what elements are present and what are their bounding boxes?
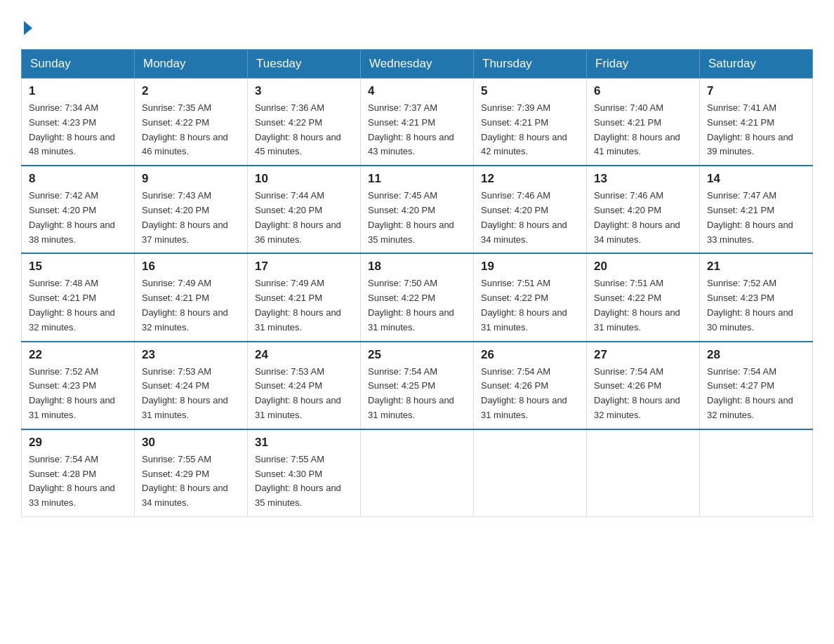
calendar-table: SundayMondayTuesdayWednesdayThursdayFrid… (21, 49, 813, 517)
day-number: 20 (594, 260, 692, 274)
day-number: 25 (368, 348, 466, 362)
column-header-wednesday: Wednesday (361, 50, 474, 79)
calendar-day-cell: 3Sunrise: 7:36 AMSunset: 4:22 PMDaylight… (248, 79, 361, 166)
day-info: Sunrise: 7:54 AMSunset: 4:28 PMDaylight:… (29, 452, 127, 511)
day-number: 15 (29, 260, 127, 274)
calendar-day-cell: 18Sunrise: 7:50 AMSunset: 4:22 PMDayligh… (361, 253, 474, 341)
day-number: 2 (142, 84, 240, 98)
day-number: 31 (255, 436, 353, 450)
calendar-day-cell: 1Sunrise: 7:34 AMSunset: 4:23 PMDaylight… (22, 79, 135, 166)
day-info: Sunrise: 7:55 AMSunset: 4:30 PMDaylight:… (255, 452, 353, 511)
day-info: Sunrise: 7:44 AMSunset: 4:20 PMDaylight:… (255, 189, 353, 247)
calendar-day-cell: 9Sunrise: 7:43 AMSunset: 4:20 PMDaylight… (135, 166, 248, 253)
calendar-day-cell: 28Sunrise: 7:54 AMSunset: 4:27 PMDayligh… (700, 342, 813, 429)
column-header-saturday: Saturday (700, 50, 813, 79)
day-number: 18 (368, 260, 466, 274)
day-info: Sunrise: 7:52 AMSunset: 4:23 PMDaylight:… (707, 276, 805, 335)
page-header (21, 21, 813, 35)
day-number: 17 (255, 260, 353, 274)
day-number: 16 (142, 260, 240, 274)
day-info: Sunrise: 7:50 AMSunset: 4:22 PMDaylight:… (368, 276, 466, 335)
column-header-tuesday: Tuesday (248, 50, 361, 79)
column-header-thursday: Thursday (474, 50, 587, 79)
day-number: 6 (594, 84, 692, 98)
day-info: Sunrise: 7:45 AMSunset: 4:20 PMDaylight:… (368, 189, 466, 247)
calendar-day-cell: 23Sunrise: 7:53 AMSunset: 4:24 PMDayligh… (135, 342, 248, 429)
day-number: 13 (594, 172, 692, 186)
day-number: 23 (142, 348, 240, 362)
calendar-day-cell: 13Sunrise: 7:46 AMSunset: 4:20 PMDayligh… (587, 166, 700, 253)
calendar-day-cell: 25Sunrise: 7:54 AMSunset: 4:25 PMDayligh… (361, 342, 474, 429)
day-number: 11 (368, 172, 466, 186)
day-info: Sunrise: 7:54 AMSunset: 4:27 PMDaylight:… (707, 365, 805, 423)
calendar-day-cell: 27Sunrise: 7:54 AMSunset: 4:26 PMDayligh… (587, 342, 700, 429)
calendar-day-cell: 5Sunrise: 7:39 AMSunset: 4:21 PMDaylight… (474, 79, 587, 166)
day-number: 12 (481, 172, 579, 186)
day-number: 3 (255, 84, 353, 98)
day-number: 22 (29, 348, 127, 362)
day-number: 21 (707, 260, 805, 274)
calendar-day-cell: 8Sunrise: 7:42 AMSunset: 4:20 PMDaylight… (22, 166, 135, 253)
calendar-day-cell: 10Sunrise: 7:44 AMSunset: 4:20 PMDayligh… (248, 166, 361, 253)
day-info: Sunrise: 7:46 AMSunset: 4:20 PMDaylight:… (481, 189, 579, 247)
calendar-day-cell: 12Sunrise: 7:46 AMSunset: 4:20 PMDayligh… (474, 166, 587, 253)
calendar-week-row: 8Sunrise: 7:42 AMSunset: 4:20 PMDaylight… (22, 166, 813, 253)
column-header-sunday: Sunday (22, 50, 135, 79)
column-header-friday: Friday (587, 50, 700, 79)
day-number: 7 (707, 84, 805, 98)
column-header-monday: Monday (135, 50, 248, 79)
day-info: Sunrise: 7:37 AMSunset: 4:21 PMDaylight:… (368, 101, 466, 159)
day-info: Sunrise: 7:36 AMSunset: 4:22 PMDaylight:… (255, 101, 353, 159)
calendar-day-cell: 15Sunrise: 7:48 AMSunset: 4:21 PMDayligh… (22, 253, 135, 341)
calendar-day-cell: 17Sunrise: 7:49 AMSunset: 4:21 PMDayligh… (248, 253, 361, 341)
day-info: Sunrise: 7:46 AMSunset: 4:20 PMDaylight:… (594, 189, 692, 247)
day-info: Sunrise: 7:42 AMSunset: 4:20 PMDaylight:… (29, 189, 127, 247)
empty-cell (587, 429, 700, 517)
calendar-day-cell: 24Sunrise: 7:53 AMSunset: 4:24 PMDayligh… (248, 342, 361, 429)
calendar-day-cell: 30Sunrise: 7:55 AMSunset: 4:29 PMDayligh… (135, 429, 248, 517)
calendar-day-cell: 22Sunrise: 7:52 AMSunset: 4:23 PMDayligh… (22, 342, 135, 429)
empty-cell (700, 429, 813, 517)
day-info: Sunrise: 7:49 AMSunset: 4:21 PMDaylight:… (142, 276, 240, 335)
day-number: 28 (707, 348, 805, 362)
day-number: 26 (481, 348, 579, 362)
calendar-day-cell: 20Sunrise: 7:51 AMSunset: 4:22 PMDayligh… (587, 253, 700, 341)
calendar-day-cell: 21Sunrise: 7:52 AMSunset: 4:23 PMDayligh… (700, 253, 813, 341)
day-number: 14 (707, 172, 805, 186)
calendar-day-cell: 4Sunrise: 7:37 AMSunset: 4:21 PMDaylight… (361, 79, 474, 166)
calendar-day-cell: 6Sunrise: 7:40 AMSunset: 4:21 PMDaylight… (587, 79, 700, 166)
logo-triangle-icon (24, 21, 32, 35)
empty-cell (361, 429, 474, 517)
day-info: Sunrise: 7:54 AMSunset: 4:25 PMDaylight:… (368, 365, 466, 423)
empty-cell (474, 429, 587, 517)
calendar-day-cell: 2Sunrise: 7:35 AMSunset: 4:22 PMDaylight… (135, 79, 248, 166)
calendar-day-cell: 19Sunrise: 7:51 AMSunset: 4:22 PMDayligh… (474, 253, 587, 341)
day-number: 27 (594, 348, 692, 362)
day-info: Sunrise: 7:41 AMSunset: 4:21 PMDaylight:… (707, 101, 805, 159)
calendar-day-cell: 26Sunrise: 7:54 AMSunset: 4:26 PMDayligh… (474, 342, 587, 429)
calendar-header-row: SundayMondayTuesdayWednesdayThursdayFrid… (22, 50, 813, 79)
day-number: 1 (29, 84, 127, 98)
calendar-week-row: 22Sunrise: 7:52 AMSunset: 4:23 PMDayligh… (22, 342, 813, 429)
calendar-day-cell: 31Sunrise: 7:55 AMSunset: 4:30 PMDayligh… (248, 429, 361, 517)
day-info: Sunrise: 7:52 AMSunset: 4:23 PMDaylight:… (29, 365, 127, 423)
day-number: 5 (481, 84, 579, 98)
day-number: 8 (29, 172, 127, 186)
day-number: 29 (29, 436, 127, 450)
calendar-day-cell: 7Sunrise: 7:41 AMSunset: 4:21 PMDaylight… (700, 79, 813, 166)
calendar-day-cell: 11Sunrise: 7:45 AMSunset: 4:20 PMDayligh… (361, 166, 474, 253)
day-info: Sunrise: 7:43 AMSunset: 4:20 PMDaylight:… (142, 189, 240, 247)
calendar-day-cell: 29Sunrise: 7:54 AMSunset: 4:28 PMDayligh… (22, 429, 135, 517)
day-info: Sunrise: 7:53 AMSunset: 4:24 PMDaylight:… (255, 365, 353, 423)
day-number: 30 (142, 436, 240, 450)
day-number: 9 (142, 172, 240, 186)
day-number: 24 (255, 348, 353, 362)
day-info: Sunrise: 7:47 AMSunset: 4:21 PMDaylight:… (707, 189, 805, 247)
day-info: Sunrise: 7:34 AMSunset: 4:23 PMDaylight:… (29, 101, 127, 159)
calendar-day-cell: 16Sunrise: 7:49 AMSunset: 4:21 PMDayligh… (135, 253, 248, 341)
day-info: Sunrise: 7:40 AMSunset: 4:21 PMDaylight:… (594, 101, 692, 159)
day-number: 10 (255, 172, 353, 186)
logo-blue-text (21, 21, 32, 35)
day-info: Sunrise: 7:35 AMSunset: 4:22 PMDaylight:… (142, 101, 240, 159)
day-info: Sunrise: 7:51 AMSunset: 4:22 PMDaylight:… (594, 276, 692, 335)
